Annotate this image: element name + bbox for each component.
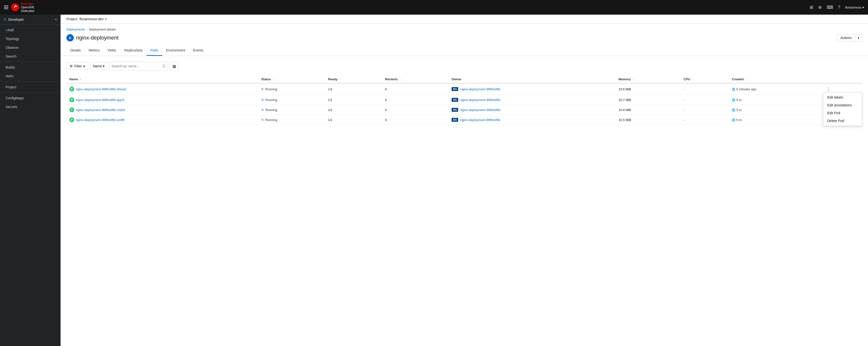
project-selector[interactable]: Project: florianmoss-dev ▾ bbox=[66, 17, 107, 21]
help-icon[interactable]: ? bbox=[838, 5, 840, 10]
name-dropdown-caret-icon: ▾ bbox=[103, 64, 104, 68]
tab-environment[interactable]: Environment bbox=[162, 45, 189, 56]
table-row: P nginx-deployment-96f9cbf6b-6hwq2 ↻ Run… bbox=[66, 83, 862, 95]
sidebar-divider-1 bbox=[0, 62, 61, 62]
owner-link[interactable]: nginx-deployment-96f9cbf6b bbox=[460, 88, 500, 91]
developer-icon: ⟨⟩ bbox=[4, 18, 6, 22]
tab-yaml[interactable]: YAML bbox=[103, 45, 120, 56]
hamburger-button[interactable] bbox=[4, 6, 8, 9]
col-header-restarts[interactable]: Restarts ↕ bbox=[382, 75, 448, 83]
cell-row-actions: ⋮ Edit labels Edit annotations Edit Pod … bbox=[822, 83, 862, 95]
grid-icon[interactable]: ⊞ bbox=[810, 5, 813, 10]
row-kebab-menu-button[interactable]: ⋮ bbox=[825, 86, 832, 92]
pod-status-icon: P bbox=[69, 86, 74, 92]
sidebar-item-builds[interactable]: Builds bbox=[0, 63, 61, 72]
context-menu-item-edit-labels[interactable]: Edit labels bbox=[823, 94, 862, 101]
deployment-icon: D bbox=[66, 34, 74, 41]
col-header-memory[interactable]: Memory ↕ bbox=[616, 75, 681, 83]
app-body: ⟨⟩ Developer ▾ +Add Topology Observe Sea… bbox=[0, 14, 868, 346]
pod-name-link[interactable]: P nginx-deployment-96f9cbf6b-6hwq2 bbox=[69, 86, 255, 92]
plus-circle-icon[interactable]: ⊕ bbox=[818, 5, 822, 10]
cell-memory: 10.6 MiB bbox=[616, 83, 681, 95]
redhat-logo-icon bbox=[11, 3, 19, 11]
breadcrumb-separator: › bbox=[87, 28, 87, 31]
cell-restarts: 0 bbox=[382, 83, 448, 95]
cell-cpu: - bbox=[681, 105, 729, 115]
sidebar-divider-2 bbox=[0, 81, 61, 82]
sidebar-item-project[interactable]: Project bbox=[0, 83, 61, 92]
tab-details[interactable]: Details bbox=[66, 45, 85, 56]
context-menu: Edit labels Edit annotations Edit Pod De… bbox=[823, 92, 862, 126]
col-header-cpu[interactable]: CPU ↕ bbox=[681, 75, 729, 83]
cell-status: ↻ Running bbox=[258, 83, 325, 95]
cell-name: P nginx-deployment-96f9cbf6b-6hwq2 bbox=[66, 83, 258, 95]
sort-neutral-icon: ↕ bbox=[463, 78, 465, 81]
perspective-switcher[interactable]: ⟨⟩ Developer ▾ bbox=[0, 14, 61, 25]
sidebar-item-helm[interactable]: Helm bbox=[0, 72, 61, 80]
breadcrumb-parent-link[interactable]: Deployments bbox=[66, 28, 85, 31]
pod-name-link[interactable]: P nginx-deployment-96f9cbf6b-ssdz6 bbox=[69, 107, 255, 112]
project-name: florianmoss-dev bbox=[80, 17, 103, 21]
sort-neutral-icon: ↕ bbox=[273, 78, 274, 81]
pod-name-link[interactable]: P nginx-deployment-96f9cbf6b-vz9f9 bbox=[69, 117, 255, 122]
table-body: P nginx-deployment-96f9cbf6b-6hwq2 ↻ Run… bbox=[66, 83, 862, 125]
project-bar: Project: florianmoss-dev ▾ bbox=[61, 14, 868, 24]
col-header-ready[interactable]: Ready ↕ bbox=[325, 75, 382, 83]
sidebar-item-configmaps[interactable]: ConfigMaps bbox=[0, 94, 61, 102]
filter-row: ⚙ Filter ▾ Name ▾ / ▦ bbox=[66, 62, 862, 71]
name-filter-dropdown[interactable]: Name ▾ bbox=[90, 63, 107, 70]
pod-name-link[interactable]: P nginx-deployment-96f9cbf6b-lgqv5 bbox=[69, 97, 255, 102]
terminal-icon[interactable]: ⌨ bbox=[827, 5, 833, 10]
cell-cpu: - bbox=[681, 115, 729, 125]
tab-events[interactable]: Events bbox=[189, 45, 207, 56]
col-header-actions bbox=[822, 75, 862, 83]
owner-link[interactable]: nginx-deployment-96f9cbf6b bbox=[460, 98, 500, 102]
cell-status: ↻ Running bbox=[258, 115, 325, 125]
globe-icon: 🌐 bbox=[732, 108, 735, 112]
actions-main-button[interactable]: Actions bbox=[837, 34, 855, 41]
tab-pods[interactable]: Pods bbox=[147, 45, 162, 56]
manage-columns-button[interactable]: ▦ bbox=[170, 62, 179, 71]
table-row: P nginx-deployment-96f9cbf6b-lgqv5 ↻ Run… bbox=[66, 95, 862, 105]
col-header-status[interactable]: Status ↕ bbox=[258, 75, 325, 83]
cell-restarts: 0 bbox=[382, 105, 448, 115]
cell-owner: RS nginx-deployment-96f9cbf6b bbox=[448, 83, 616, 95]
title-left: D nginx-deployment bbox=[66, 34, 119, 41]
sidebar: ⟨⟩ Developer ▾ +Add Topology Observe Sea… bbox=[0, 14, 61, 346]
cell-owner: RS nginx-deployment-96f9cbf6b bbox=[448, 95, 616, 105]
sort-neutral-icon: ↕ bbox=[400, 78, 401, 81]
owner-link[interactable]: nginx-deployment-96f9cbf6b bbox=[460, 118, 500, 122]
tab-metrics[interactable]: Metrics bbox=[85, 45, 103, 56]
project-caret-icon: ▾ bbox=[105, 17, 107, 21]
sidebar-item-add[interactable]: +Add bbox=[0, 26, 61, 34]
tab-replicasets[interactable]: ReplicaSets bbox=[120, 45, 147, 56]
rs-badge: RS bbox=[452, 98, 458, 102]
cell-name: P nginx-deployment-96f9cbf6b-ssdz6 bbox=[66, 105, 258, 115]
sidebar-item-secrets[interactable]: Secrets bbox=[0, 102, 61, 111]
filter-button[interactable]: ⚙ Filter ▾ bbox=[66, 63, 88, 70]
cell-restarts: 0 bbox=[382, 95, 448, 105]
col-header-owner[interactable]: Owner ↕ bbox=[448, 75, 616, 83]
cell-owner: RS nginx-deployment-96f9cbf6b bbox=[448, 115, 616, 125]
col-header-name[interactable]: Name ↑ bbox=[66, 75, 258, 83]
cell-created: 🌐 5 minutes ago bbox=[729, 83, 822, 95]
context-menu-item-edit-pod[interactable]: Edit Pod bbox=[823, 109, 862, 117]
context-menu-item-edit-annotations[interactable]: Edit annotations bbox=[823, 101, 862, 109]
sidebar-item-observe[interactable]: Observe bbox=[0, 43, 61, 52]
sort-neutral-icon: ↕ bbox=[339, 78, 341, 81]
main-content: Project: florianmoss-dev ▾ Deployments ›… bbox=[61, 14, 868, 346]
sidebar-item-search[interactable]: Search bbox=[0, 52, 61, 61]
cell-cpu: - bbox=[681, 95, 729, 105]
pod-status-icon: P bbox=[69, 97, 74, 102]
search-input[interactable] bbox=[112, 64, 162, 68]
sidebar-item-topology[interactable]: Topology bbox=[0, 34, 61, 43]
user-menu[interactable]: florianmoss ▾ bbox=[845, 6, 864, 9]
owner-link[interactable]: nginx-deployment-96f9cbf6b bbox=[460, 108, 500, 112]
sort-neutral-icon: ↕ bbox=[745, 78, 747, 81]
cell-status: ↻ Running bbox=[258, 105, 325, 115]
context-menu-item-delete-pod[interactable]: Delete Pod bbox=[823, 117, 862, 125]
col-header-created[interactable]: Created ↕ bbox=[729, 75, 822, 83]
filter-icon: ⚙ bbox=[70, 64, 73, 68]
actions-dropdown-button[interactable]: ▾ bbox=[855, 35, 862, 41]
pods-table-container: Name ↑ Status ↕ Ready ↕ bbox=[66, 75, 862, 125]
